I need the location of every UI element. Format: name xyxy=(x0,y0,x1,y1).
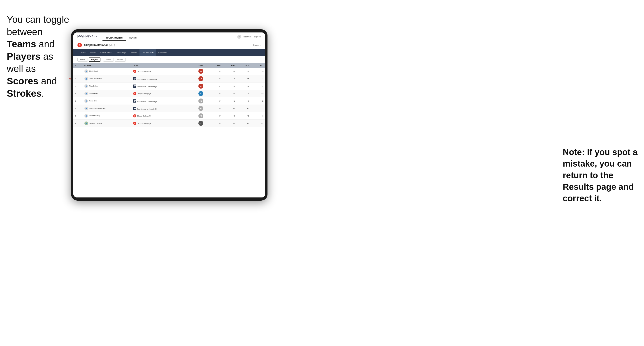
player-avatar: 👤 xyxy=(84,92,88,95)
svg-rect-6 xyxy=(134,85,136,86)
subnav-leaderboards[interactable]: Leaderboards xyxy=(140,49,156,56)
subnav-teams[interactable]: Teams xyxy=(88,49,98,56)
cell-rd1: -5 xyxy=(222,75,236,82)
teams-toggle-button[interactable]: Teams xyxy=(78,58,88,62)
nav-link-teams[interactable]: TEAMS xyxy=(126,37,140,41)
cell-rank: 6 xyxy=(73,105,82,112)
team-name: Scoreboard University [A] xyxy=(136,108,157,110)
players-table: # PLAYER TEAM TOTAL THRU RD1 RD2 RD3 1👤E… xyxy=(73,63,265,127)
team-logo: C xyxy=(133,114,136,117)
table-row: 4👤David FordC Clippd College [A]EF+1-4+3 xyxy=(73,90,265,97)
sub-nav: Details Teams Course Setup Tee Groups Re… xyxy=(73,49,265,56)
col-total: TOTAL xyxy=(186,63,205,68)
nav-link-tournaments[interactable]: TOURNAMENTS xyxy=(102,37,126,41)
table-row: 8👤Marcus TurnersC Clippd College [A]+11F… xyxy=(73,120,265,127)
logo-text: SCOREBOARD xyxy=(78,35,98,37)
subnav-details[interactable]: Details xyxy=(78,49,88,56)
avatar: TU xyxy=(237,35,241,39)
cell-team: Scoreboard University [A] xyxy=(131,105,186,112)
scores-toggle-button[interactable]: Scores xyxy=(103,58,114,62)
subnav-results[interactable]: Results xyxy=(129,49,140,56)
player-avatar: 👤 xyxy=(84,114,88,118)
score-badge: +6 xyxy=(198,106,204,111)
svg-rect-12 xyxy=(134,101,135,102)
toggle-bar: Teams Players Scores Strokes xyxy=(73,56,265,63)
col-team: TEAM xyxy=(131,63,186,68)
cell-player: 👤Blair McHarg xyxy=(82,112,132,120)
team-name: Clippd College [A] xyxy=(136,93,151,95)
player-name: Marcus Turners xyxy=(89,122,102,124)
cell-player: 👤Rees Britt xyxy=(82,97,132,105)
col-rd3: RD3 xyxy=(251,63,265,68)
subnav-tee-groups[interactable]: Tee Groups xyxy=(114,49,129,56)
cell-rd1: +2 xyxy=(222,112,236,120)
nav-right: TU Test User | Sign out xyxy=(237,35,261,39)
nav-links: TOURNAMENTS TEAMS xyxy=(102,32,140,41)
subnav-course-setup[interactable]: Course Setup xyxy=(98,49,114,56)
table-row: 7👤Blair McHargC Clippd College [A]+6F+2+… xyxy=(73,112,265,120)
player-avatar: 👤 xyxy=(84,122,88,125)
cell-thru: F xyxy=(205,97,222,105)
cancel-button[interactable]: Cancel × xyxy=(253,44,261,46)
cell-total: +1 xyxy=(186,97,205,105)
cell-player: 👤Chris Robertson xyxy=(82,75,132,82)
cell-rd1: +1 xyxy=(222,97,236,105)
cell-rank: 4 xyxy=(73,90,82,97)
right-annotation: Note: If you spot a mistake, you can ret… xyxy=(563,147,640,204)
left-annotation: You can toggle between Teams and Players… xyxy=(7,13,70,100)
cell-total: -2 xyxy=(186,82,205,90)
score-badge: +1 xyxy=(198,99,204,103)
leaderboard-table: # PLAYER TEAM TOTAL THRU RD1 RD2 RD3 1👤E… xyxy=(73,63,265,197)
score-badge: E xyxy=(198,91,204,96)
cell-thru: F xyxy=(205,68,222,75)
cell-rd2: E xyxy=(236,97,251,105)
subnav-printables[interactable]: Printables xyxy=(156,49,169,56)
table-row: 2👤Chris Robertson Scoreboard University … xyxy=(73,75,265,82)
cell-thru: F xyxy=(205,90,222,97)
col-rd2: RD2 xyxy=(236,63,251,68)
team-logo xyxy=(133,99,136,103)
cell-player: 👤Marcus Turners xyxy=(82,120,132,127)
cell-total: +6 xyxy=(186,105,205,112)
cell-thru: F xyxy=(205,112,222,120)
team-name: Clippd College [A] xyxy=(136,115,151,117)
cell-rank: 5 xyxy=(73,97,82,105)
cell-rd3: -1 xyxy=(251,82,265,90)
score-badge: -4 xyxy=(198,76,204,81)
top-nav: SCOREBOARD Powered by clippd TOURNAMENTS… xyxy=(73,32,265,41)
team-name: Scoreboard University [A] xyxy=(136,86,157,88)
tournament-logo: C xyxy=(78,43,82,47)
cell-rd2: +5 xyxy=(236,75,251,82)
logo-sub: Powered by clippd xyxy=(78,37,98,38)
svg-rect-15 xyxy=(134,108,136,109)
score-badge: -8 xyxy=(198,69,204,74)
cell-team: Scoreboard University [A] xyxy=(131,97,186,105)
cell-total: +11 xyxy=(186,120,205,127)
cell-rd3: -4 xyxy=(251,75,265,82)
cell-rank: 8 xyxy=(73,120,82,127)
svg-rect-7 xyxy=(134,86,136,87)
players-toggle-button[interactable]: Players xyxy=(89,57,100,62)
player-name: Chris Robertson xyxy=(89,78,102,80)
player-name: Cameron Robertson xyxy=(89,107,106,109)
player-avatar: 👤 xyxy=(84,99,88,103)
cell-total: E xyxy=(186,90,205,97)
cell-player: 👤Elliot Ebert xyxy=(82,68,132,75)
cell-team: C Clippd College [A] xyxy=(131,90,186,97)
col-player: PLAYER xyxy=(82,63,132,68)
sign-out-link[interactable]: Sign out xyxy=(254,36,261,38)
cell-rd3: -1 xyxy=(251,105,265,112)
score-badge: -2 xyxy=(198,84,204,89)
team-name: Scoreboard University [A] xyxy=(136,78,157,80)
team-logo: C xyxy=(133,122,136,125)
cell-rd3: +3 xyxy=(251,90,265,97)
cell-rank: 2 xyxy=(73,75,82,82)
strokes-toggle-button[interactable]: Strokes xyxy=(115,58,126,62)
svg-rect-16 xyxy=(134,109,135,109)
cell-rd3: +2 xyxy=(251,120,265,127)
col-rank: # xyxy=(73,63,82,68)
svg-rect-8 xyxy=(134,87,135,87)
player-avatar: 👤 xyxy=(84,84,88,88)
col-thru: THRU xyxy=(205,63,222,68)
cell-rd1: +2 xyxy=(222,120,236,127)
